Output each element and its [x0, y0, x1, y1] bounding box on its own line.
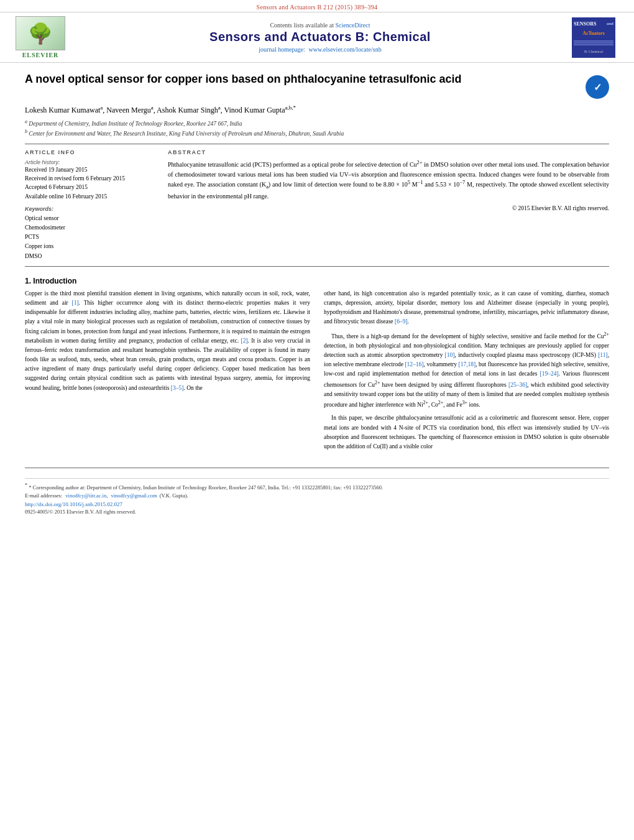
keyword-2: Chemodosimeter [25, 223, 149, 233]
doi-link[interactable]: http://dx.doi.org/10.1016/j.snb.2015.02.… [25, 501, 122, 507]
ref-12-16[interactable]: [12–16] [405, 361, 423, 367]
body-section: 1. Introduction Copper is the third most… [25, 277, 609, 455]
author-kumawat: Lokesh Kumar Kumawata [25, 106, 103, 114]
article-title: A novel optical sensor for copper ions b… [25, 72, 586, 86]
sciencedirect-link[interactable]: ScienceDirect [335, 22, 370, 29]
ref-3-5[interactable]: [3–5] [171, 385, 184, 391]
sensors-logo-top-row: SENSORS and [574, 21, 613, 27]
authors-line: Lokesh Kumar Kumawata, Naveen Mergua, As… [25, 104, 609, 116]
email-line: E-mail addresses: vinodfcy@iitr.ac.in, v… [25, 492, 609, 499]
doi-line[interactable]: http://dx.doi.org/10.1016/j.snb.2015.02.… [25, 501, 609, 507]
journal-title-center: Contents lists available at ScienceDirec… [68, 22, 572, 53]
ref-17-18[interactable]: [17,18] [459, 361, 476, 367]
body-para-2: other hand, its high concentration also … [324, 289, 609, 327]
body-para-4: In this paper, we describe phthalocyanin… [324, 413, 609, 451]
author-singh: Ashok Kumar Singha [157, 106, 221, 114]
ref-11[interactable]: [11] [598, 352, 607, 358]
body-column-left: Copper is the third most plentiful trans… [25, 289, 310, 455]
keywords-label: Keywords: [25, 206, 149, 212]
ref-10[interactable]: [10] [445, 352, 455, 358]
email-2[interactable]: vinodfcy@gmail.com [111, 492, 157, 499]
ref-2[interactable]: [2] [241, 338, 247, 344]
keywords-section: Keywords: Optical sensor Chemodosimeter … [25, 206, 149, 261]
keyword-4: Copper ions [25, 242, 149, 251]
footer-section: * * Corresponding author at: Department … [25, 478, 609, 515]
body-column-right: other hand, its high concentration also … [324, 289, 609, 455]
history-label: Article history: [25, 159, 149, 165]
corresponding-note: * * Corresponding author at: Department … [25, 482, 609, 491]
contents-label: Contents lists available at [270, 22, 333, 29]
sensors-logo: SENSORS and AcTuators B: Chemical [572, 17, 615, 58]
sensors-logo-line3: AcTuators [582, 30, 605, 36]
author-mergu: Naveen Mergua [106, 106, 153, 114]
article-info: ARTICLE INFO Article history: Received 1… [25, 149, 149, 261]
abstract-text: Phthalocyanine tetrasulfonic acid (PCTS)… [168, 159, 609, 201]
revised-date: Received in revised form 6 February 2015 [25, 174, 149, 183]
two-column-body: Copper is the third most plentiful trans… [25, 289, 609, 455]
available-date: Available online 16 February 2015 [25, 192, 149, 201]
article-history-group: Article history: Received 19 January 201… [25, 159, 149, 201]
affiliation-b: b Center for Environment and Water, The … [25, 128, 609, 138]
contents-line: Contents lists available at ScienceDirec… [68, 22, 572, 29]
ref-25-36[interactable]: [25–36] [508, 382, 527, 388]
journal-citation-bar: Sensors and Actuators B 212 (2015) 389–3… [0, 0, 634, 12]
crossmark-badge[interactable]: ✓ [586, 75, 609, 99]
ref-19-24[interactable]: [19–24] [540, 371, 558, 377]
sensors-logo-subtext: B: Chemical [584, 50, 603, 53]
sensors-logo-line1: SENSORS [574, 21, 596, 27]
abstract-copyright: © 2015 Elsevier B.V. All rights reserved… [168, 205, 609, 211]
ref-1[interactable]: [1] [72, 300, 79, 306]
abstract-section: ABSTRACT Phthalocyanine tetrasulfonic ac… [168, 149, 609, 261]
article-info-title: ARTICLE INFO [25, 149, 149, 155]
article-title-section: A novel optical sensor for copper ions b… [25, 72, 609, 99]
email-1[interactable]: vinodfcy@iitr.ac.in [65, 492, 106, 499]
ref-6-9[interactable]: [6–9] [395, 318, 408, 325]
affiliations: a Department of Chemistry, Indian Instit… [25, 118, 609, 139]
sensors-logo-lines [574, 40, 613, 46]
email-label: E-mail addresses: [25, 492, 62, 499]
journal-homepage: journal homepage: www.elsevier.com/locat… [68, 46, 572, 53]
abstract-title: ABSTRACT [168, 149, 609, 155]
elsevier-logo: 🌳 ELSEVIER [12, 16, 68, 58]
email-suffix: (V.K. Gupta). [160, 492, 188, 499]
section-divider-1 [25, 144, 609, 144]
corresponding-text: * Corresponding author at: Department of… [29, 484, 383, 491]
homepage-url[interactable]: www.elsevier.com/locate/snb [309, 46, 382, 53]
received-date: Received 19 January 2015 [25, 165, 149, 174]
homepage-label: journal homepage: [259, 46, 305, 53]
main-content: A novel optical sensor for copper ions b… [0, 63, 634, 524]
keyword-5: DMSO [25, 252, 149, 261]
journal-citation: Sensors and Actuators B 212 (2015) 389–3… [257, 4, 378, 11]
introduction-heading: 1. Introduction [25, 277, 609, 285]
elsevier-logo-box: 🌳 [16, 16, 65, 50]
journal-header: 🌳 ELSEVIER Contents lists available at S… [0, 12, 634, 63]
sensors-logo-line2: and [607, 21, 613, 27]
affiliation-a: a Department of Chemistry, Indian Instit… [25, 118, 609, 128]
author-gupta: Vinod Kumar Guptaa,b,* [224, 106, 296, 114]
section-divider-2 [25, 266, 609, 267]
body-para-3: Thus, there is a high-up demand for the … [324, 331, 609, 410]
keyword-1: Optical sensor [25, 214, 149, 223]
elsevier-label: ELSEVIER [22, 52, 59, 58]
article-meta-row: ARTICLE INFO Article history: Received 1… [25, 149, 609, 261]
issn-line: 0925-4005/© 2015 Elsevier B.V. All right… [25, 509, 609, 515]
footer-divider [25, 468, 609, 468]
keyword-3: PCTS [25, 233, 149, 242]
body-para-1: Copper is the third most plentiful trans… [25, 289, 310, 393]
journal-title: Sensors and Actuators B: Chemical [68, 30, 572, 44]
accepted-date: Accepted 6 February 2015 [25, 183, 149, 192]
